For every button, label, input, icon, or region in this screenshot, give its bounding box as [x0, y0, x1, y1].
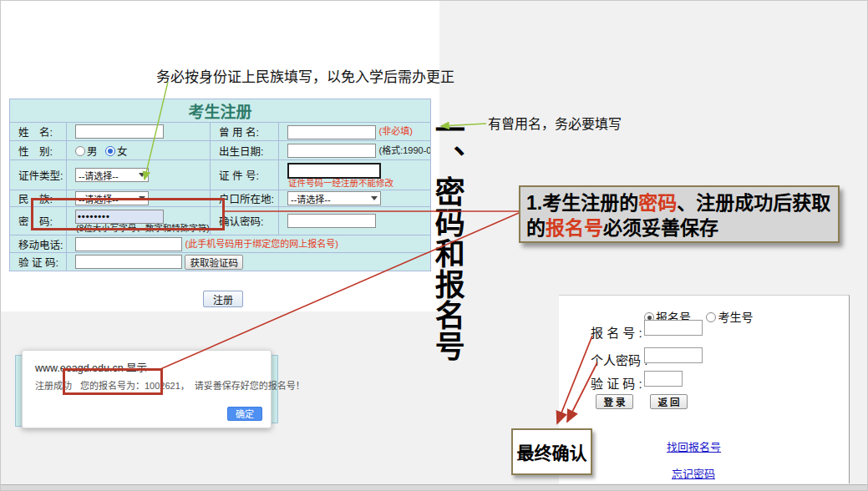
- former-name-note: (非必填): [378, 126, 412, 136]
- birth-date-note: (格式:1990-01-01): [378, 145, 430, 155]
- household-select-value: --请选择--: [291, 192, 331, 205]
- id-no-label: 证 件 号:: [211, 160, 279, 190]
- chevron-down-icon: [371, 196, 378, 200]
- chevron-down-icon: [139, 173, 145, 177]
- gender-female-radio[interactable]: [105, 146, 115, 156]
- name-input[interactable]: [75, 124, 164, 139]
- login-regno-label: 报 名 号 :: [591, 323, 642, 341]
- login-regno-input[interactable]: [644, 320, 703, 336]
- id-type-select[interactable]: --请选择--: [75, 168, 149, 182]
- back-button[interactable]: 返 回: [650, 394, 688, 409]
- forgot-password-link[interactable]: 忘记密码: [672, 465, 715, 481]
- warning-password-red: 密码: [638, 192, 677, 214]
- former-name-annotation: 有曾用名，务必要填写: [488, 113, 622, 133]
- dialog-ok-button[interactable]: 确定: [227, 407, 262, 421]
- login-password-input[interactable]: [644, 347, 703, 363]
- slide: 务必按身份证上民族填写，以免入学后需办更正 考生注册 姓 名: 曾 用 名: (…: [0, 0, 868, 491]
- warning-box: 1.考生注册的密码、注册成功后获取的报名号必须妥善保存: [519, 185, 840, 243]
- examno-radio-label: 考生号: [718, 311, 753, 324]
- id-type-label: 证件类型:: [10, 160, 67, 190]
- birth-date-input[interactable]: [287, 144, 376, 158]
- login-password-label: 个人密码 :: [591, 351, 647, 368]
- household-select[interactable]: --请选择--: [287, 191, 381, 205]
- login-button[interactable]: 登 录: [596, 394, 633, 409]
- id-type-select-value: --请选择--: [79, 169, 119, 182]
- dialog-body-suffix: 请妥善保存好您的报名号！: [195, 381, 305, 391]
- captcha-input[interactable]: [75, 255, 182, 269]
- former-name-label: 曾 用 名:: [211, 123, 279, 141]
- gender-label: 性 别:: [10, 141, 67, 160]
- captcha-label: 验 证 码:: [10, 253, 67, 271]
- mobile-note: (此手机号码用于绑定您的网上报名号): [185, 239, 338, 249]
- birth-date-label: 出生日期:: [211, 141, 279, 160]
- section-title-vertical: 一、密码和报名号: [431, 114, 463, 380]
- id-no-input[interactable]: [287, 163, 381, 179]
- login-captcha-label: 验 证 码 :: [591, 374, 642, 392]
- regno-highlight-box: [63, 368, 163, 395]
- gender-male-radio[interactable]: [75, 146, 85, 156]
- final-confirm-box: 最终确认: [511, 428, 592, 475]
- mobile-input[interactable]: [75, 237, 182, 251]
- warning-text: 1.考生注册的: [526, 192, 638, 214]
- warning-text: 必须妥善保存: [603, 217, 718, 239]
- examno-radio[interactable]: [706, 312, 716, 322]
- id-no-note: 证件号码一经注册不能修改: [287, 179, 430, 188]
- name-label: 姓 名:: [10, 123, 67, 141]
- ethnicity-annotation: 务必按身份证上民族填写，以免入学后需办更正: [156, 65, 454, 86]
- slide-bottom-strip: [1, 484, 868, 491]
- registration-form: 考生注册 姓 名: 曾 用 名: (非必填) 性 别: 男 女 出生日期: (格…: [9, 99, 431, 271]
- confirm-password-input[interactable]: [287, 214, 376, 228]
- register-button[interactable]: 注册: [203, 291, 243, 307]
- gender-female-label: 女: [117, 146, 128, 158]
- password-highlight-box: [31, 198, 225, 230]
- gender-male-label: 男: [87, 146, 98, 158]
- login-captcha-input[interactable]: [644, 371, 683, 387]
- warning-regno-red: 报名号: [546, 217, 603, 239]
- form-title: 考生注册: [10, 99, 431, 123]
- get-captcha-button[interactable]: 获取验证码: [185, 255, 243, 270]
- mobile-label: 移动电话:: [10, 235, 67, 253]
- former-name-input[interactable]: [287, 125, 376, 139]
- find-regno-link[interactable]: 找回报名号: [667, 438, 721, 454]
